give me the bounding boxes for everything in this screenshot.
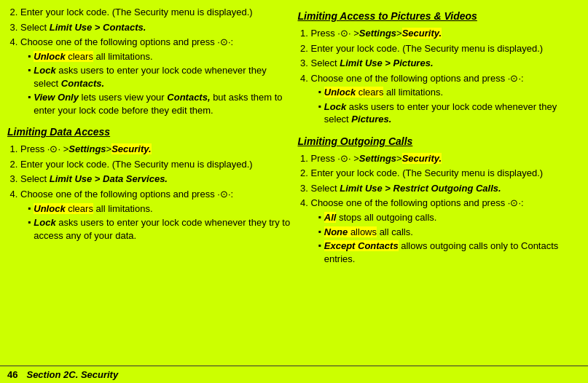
pictures-item-2: Enter your lock code. (The Security menu… bbox=[311, 42, 581, 55]
outgoing-item-4: Choose one of the following options and … bbox=[311, 197, 581, 265]
subitem-lock-pictures: Lock asks users to enter your lock code … bbox=[318, 100, 581, 126]
subitem-lock-contacts: Lock asks users to enter your lock code … bbox=[28, 64, 291, 90]
page-number: 46 bbox=[7, 369, 17, 380]
outgoing-list: Press ·⊙· >Settings>Security. Enter your… bbox=[298, 152, 581, 267]
outgoing-item-3: Select Limit Use > Restrict Outgoing Cal… bbox=[311, 182, 581, 195]
outgoing-subitems: All stops all outgoing calls. None allow… bbox=[311, 211, 581, 265]
content-area: Enter your lock code. (The Security menu… bbox=[0, 0, 588, 366]
section-data-access-title: Limiting Data Access bbox=[7, 126, 291, 138]
data-item-1: Press ·⊙· >Settings>Security. bbox=[20, 143, 291, 156]
data-item-2: Enter your lock code. (The Security menu… bbox=[20, 158, 291, 171]
subitem-lock-data: Lock asks users to enter your lock code … bbox=[28, 216, 291, 242]
outgoing-item-2: Enter your lock code. (The Security menu… bbox=[311, 167, 581, 180]
subitem-except-contacts-outgoing: Except Contacts allows outgoing calls on… bbox=[318, 240, 581, 265]
intro-list: Enter your lock code. (The Security menu… bbox=[7, 6, 291, 119]
left-column: Enter your lock code. (The Security menu… bbox=[7, 6, 291, 360]
intro-item-2: Enter your lock code. (The Security menu… bbox=[20, 6, 291, 19]
intro-item-3: Select Limit Use > Contacts. bbox=[20, 21, 291, 34]
section-label: Section 2C. Security bbox=[26, 369, 118, 380]
subitem-viewonly-contacts: View Only lets users view your Contacts,… bbox=[28, 91, 291, 117]
page: Enter your lock code. (The Security menu… bbox=[0, 0, 588, 383]
data-item-4: Choose one of the following options and … bbox=[20, 188, 291, 242]
pictures-item-4: Choose one of the following options and … bbox=[311, 72, 581, 126]
data-subitems: Unlock clears all limitations. Lock asks… bbox=[20, 202, 291, 242]
pictures-list: Press ·⊙· >Settings>Security. Enter your… bbox=[298, 27, 581, 128]
pictures-item-1: Press ·⊙· >Settings>Security. bbox=[311, 27, 581, 40]
subitem-unlock-data: Unlock clears all limitations. bbox=[28, 202, 291, 216]
data-access-list: Press ·⊙· >Settings>Security. Enter your… bbox=[7, 143, 291, 244]
right-column: Limiting Access to Pictures & Videos Pre… bbox=[298, 6, 581, 360]
subitem-none-outgoing: None allows all calls. bbox=[318, 226, 581, 239]
intro-subitems: Unlock clears all limitations. Lock asks… bbox=[20, 50, 291, 117]
subitem-unlock-contacts: Unlock clears all limitations. bbox=[28, 50, 291, 63]
section-pictures-title: Limiting Access to Pictures & Videos bbox=[298, 10, 581, 22]
subitem-unlock-pictures: Unlock clears all limitations. bbox=[318, 86, 581, 99]
intro-item-4: Choose one of the following options and … bbox=[20, 36, 291, 117]
outgoing-item-1: Press ·⊙· >Settings>Security. bbox=[311, 152, 581, 165]
data-item-3: Select Limit Use > Data Services. bbox=[20, 173, 291, 186]
pictures-subitems: Unlock clears all limitations. Lock asks… bbox=[311, 86, 581, 126]
footer: 46 Section 2C. Security bbox=[0, 366, 588, 383]
pictures-item-3: Select Limit Use > Pictures. bbox=[311, 57, 581, 70]
section-outgoing-title: Limiting Outgoing Calls bbox=[298, 135, 581, 147]
subitem-all-outgoing: All stops all outgoing calls. bbox=[318, 211, 581, 224]
